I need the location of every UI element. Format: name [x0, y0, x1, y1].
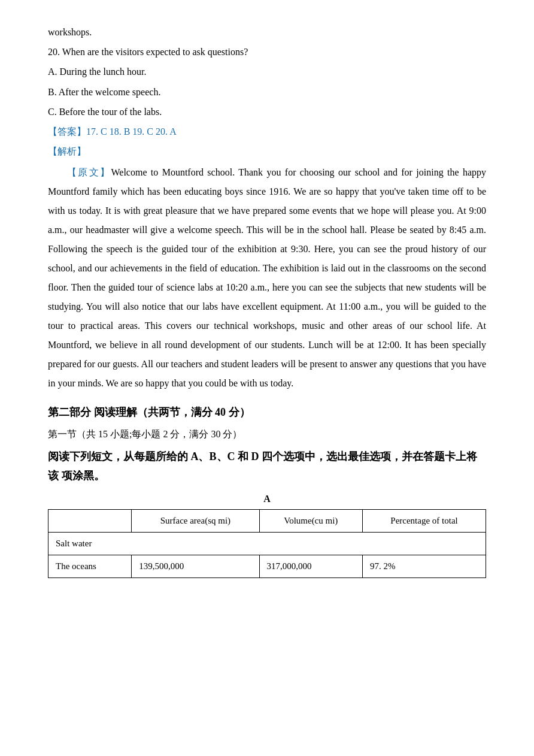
col-header-volume: Volume(cu mi): [259, 510, 362, 533]
section2-heading: 第二部分 阅读理解（共两节，满分 40 分）: [48, 403, 486, 422]
table-title: A: [48, 494, 486, 504]
data-table: Surface area(sq mi) Volume(cu mi) Percen…: [48, 509, 486, 578]
analysis-label: 【解析】: [48, 146, 86, 156]
oceans-name: The oceans: [48, 555, 132, 578]
option-20a: A. During the lunch hour.: [48, 63, 486, 80]
question-20: 20. When are the visitors expected to as…: [48, 44, 486, 60]
section2-instruction: 阅读下列短文，从每题所给的 A、B、C 和 D 四个选项中，选出最佳选项，并在答…: [48, 447, 486, 486]
option-20b: B. After the welcome speech.: [48, 84, 486, 100]
option-20c: C. Before the tour of the labs.: [48, 104, 486, 120]
col-header-name: [48, 510, 132, 533]
answers-content: 17. C 18. B 19. C 20. A: [86, 126, 177, 137]
answers-label: 【答案】: [48, 126, 86, 137]
opening-text: workshops.: [48, 24, 486, 40]
col-header-percentage: Percentage of total: [363, 510, 486, 533]
oceans-volume: 317,000,000: [259, 555, 362, 578]
salt-water-row: Salt water: [48, 533, 486, 555]
oceans-surface: 139,500,000: [132, 555, 259, 578]
col-header-surface: Surface area(sq mi): [132, 510, 259, 533]
passage-text: 【原文】Welcome to Mountford school. Thank y…: [48, 163, 486, 393]
passage-content: Welcome to Mountford school. Thank you f…: [48, 167, 486, 388]
analysis-line: 【解析】: [48, 143, 486, 159]
salt-water-label: Salt water: [48, 533, 486, 555]
answers-line: 【答案】17. C 18. B 19. C 20. A: [48, 123, 486, 140]
section2-sub: 第一节（共 15 小题;每小题 2 分，满分 30 分）: [48, 426, 486, 443]
passage-label: 【原文】: [67, 167, 111, 177]
oceans-row: The oceans 139,500,000 317,000,000 97. 2…: [48, 555, 486, 578]
oceans-percentage: 97. 2%: [363, 555, 486, 578]
table-header-row: Surface area(sq mi) Volume(cu mi) Percen…: [48, 510, 486, 533]
